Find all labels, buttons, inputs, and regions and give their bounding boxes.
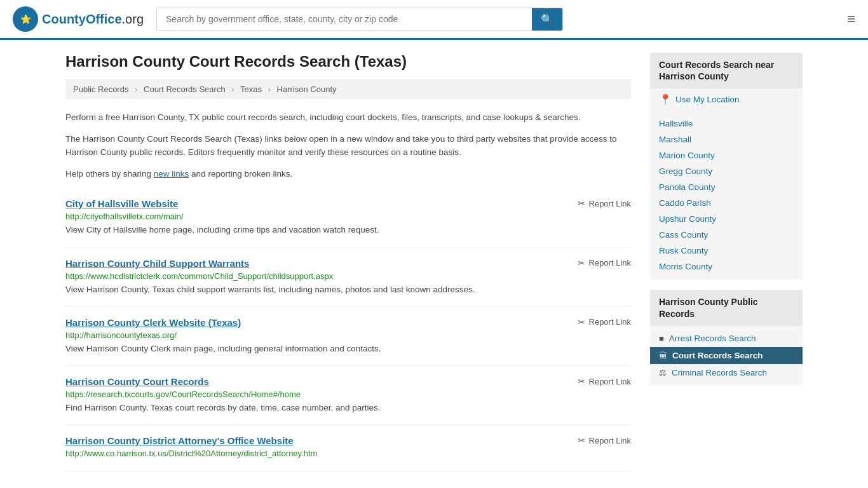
public-records-item-2[interactable]: ⚖ Criminal Records Search [650, 364, 803, 381]
breadcrumb-link-texas[interactable]: Texas [240, 85, 262, 94]
nearby-list-item: Rusk County [650, 243, 803, 259]
nearby-list-item: Gregg County [650, 163, 803, 179]
search-input[interactable] [157, 8, 532, 30]
pub-records-icon-2: ⚖ [659, 368, 667, 377]
report-label-0: Report Link [589, 199, 631, 208]
main-container: Harrison County Court Records Search (Te… [53, 40, 815, 484]
report-link-0[interactable]: ✂ Report Link [578, 198, 631, 208]
nearby-list-item: Panola County [650, 179, 803, 195]
public-records-section: Harrison County Public Records ■ Arrest … [650, 290, 803, 384]
search-bar: 🔍 [156, 8, 563, 31]
nearby-list-item: Cass County [650, 227, 803, 243]
report-icon-0: ✂ [578, 198, 585, 208]
report-link-2[interactable]: ✂ Report Link [578, 317, 631, 327]
menu-icon[interactable]: ≡ [847, 12, 855, 26]
breadcrumb: Public Records › Court Records Search › … [65, 79, 631, 99]
result-desc-3: Find Harrison County, Texas court record… [65, 402, 631, 414]
use-location-link[interactable]: Use My Location [675, 95, 740, 104]
nearby-list-item: Marshall [650, 132, 803, 147]
description-1: Perform a free Harrison County, TX publi… [65, 111, 631, 125]
content-area: Harrison County Court Records Search (Te… [65, 53, 631, 471]
nearby-list: HallsvilleMarshallMarion CountyGregg Cou… [650, 111, 803, 280]
report-link-3[interactable]: ✂ Report Link [578, 376, 631, 386]
pub-records-icon-0: ■ [659, 334, 664, 343]
nearby-list-item: Upshur County [650, 211, 803, 227]
report-icon-1: ✂ [578, 258, 585, 268]
result-title-3[interactable]: Harrison County Court Records [65, 376, 209, 387]
result-url-2[interactable]: http://harrisoncountytexas.org/ [65, 330, 631, 340]
breadcrumb-link-harrison-county[interactable]: Harrison County [277, 85, 337, 94]
result-desc-2: View Harrison County Clerk main page, in… [65, 342, 631, 355]
public-records-list: ■ Arrest Records Search 🏛 Court Records … [650, 326, 803, 385]
sidebar: Court Records Search near Harrison Count… [650, 53, 803, 471]
result-item: Harrison County Clerk Website (Texas) ✂ … [65, 307, 631, 366]
result-url-0[interactable]: http://cityofhallsvilletx.com/main/ [65, 212, 631, 221]
result-url-4[interactable]: http://www.co.harrison.tx.us/District%20… [65, 449, 631, 458]
nearby-list-item: Caddo Parish [650, 195, 803, 211]
result-title-0[interactable]: City of Hallsville Website [65, 198, 178, 209]
nearby-link-8[interactable]: Rusk County [659, 246, 708, 255]
nearby-section: Court Records Search near Harrison Count… [650, 53, 803, 280]
public-records-title: Harrison County Public Records [650, 290, 803, 325]
nearby-link-3[interactable]: Gregg County [659, 166, 712, 176]
nearby-list-item: Morris County [650, 259, 803, 274]
report-label-3: Report Link [589, 377, 631, 386]
svg-text:⭐: ⭐ [20, 14, 32, 25]
report-label-2: Report Link [589, 317, 631, 327]
pub-records-link-0[interactable]: Arrest Records Search [669, 334, 756, 343]
pub-records-link-1[interactable]: Court Records Search [672, 351, 763, 360]
nearby-link-9[interactable]: Morris County [659, 262, 712, 271]
result-title-4[interactable]: Harrison County District Attorney's Offi… [65, 435, 294, 446]
nearby-link-5[interactable]: Caddo Parish [659, 198, 711, 208]
breadcrumb-link-court-records[interactable]: Court Records Search [144, 85, 226, 94]
nearby-list-item: Hallsville [650, 116, 803, 132]
description-2: The Harrison County Court Records Search… [65, 132, 631, 159]
report-label-1: Report Link [589, 258, 631, 268]
site-header: ⭐ CountyOffice.org 🔍 ≡ [0, 0, 868, 40]
logo-area: ⭐ CountyOffice.org [13, 6, 144, 32]
new-links-link[interactable]: new links [154, 169, 189, 179]
report-label-4: Report Link [589, 436, 631, 445]
nearby-list-item: Marion County [650, 147, 803, 163]
logo-text: CountyOffice.org [42, 12, 144, 27]
nearby-link-0[interactable]: Hallsville [659, 119, 693, 128]
public-records-item-0[interactable]: ■ Arrest Records Search [650, 330, 803, 347]
nearby-link-6[interactable]: Upshur County [659, 214, 716, 224]
logo-icon: ⭐ [13, 6, 38, 32]
nearby-section-title: Court Records Search near Harrison Count… [650, 53, 803, 88]
breadcrumb-link-public-records[interactable]: Public Records [73, 85, 128, 94]
result-title-2[interactable]: Harrison County Clerk Website (Texas) [65, 317, 241, 328]
report-icon-3: ✂ [578, 376, 585, 386]
pub-records-icon-1: 🏛 [659, 351, 667, 360]
public-records-item-1[interactable]: 🏛 Court Records Search [650, 347, 803, 364]
result-title-1[interactable]: Harrison County Child Support Warrants [65, 258, 249, 269]
result-url-3[interactable]: https://research.txcourts.gov/CourtRecor… [65, 390, 631, 399]
report-link-1[interactable]: ✂ Report Link [578, 258, 631, 268]
result-item: City of Hallsville Website ✂ Report Link… [65, 188, 631, 247]
results-list: City of Hallsville Website ✂ Report Link… [65, 188, 631, 471]
result-url-1[interactable]: https://www.hcdistrictclerk.com/common/C… [65, 271, 631, 281]
description-3: Help others by sharing new links and rep… [65, 167, 631, 181]
nearby-link-4[interactable]: Panola County [659, 182, 715, 192]
pub-records-link-2[interactable]: Criminal Records Search [672, 368, 767, 377]
result-item: Harrison County Child Support Warrants ✂… [65, 248, 631, 307]
page-title: Harrison County Court Records Search (Te… [65, 53, 631, 71]
result-desc-0: View City of Hallsville home page, inclu… [65, 224, 631, 236]
report-icon-2: ✂ [578, 317, 585, 327]
nearby-link-7[interactable]: Cass County [659, 230, 708, 240]
search-button[interactable]: 🔍 [532, 8, 562, 30]
result-item: Harrison County Court Records ✂ Report L… [65, 366, 631, 425]
report-link-4[interactable]: ✂ Report Link [578, 435, 631, 445]
report-icon-4: ✂ [578, 435, 585, 445]
result-item: Harrison County District Attorney's Offi… [65, 425, 631, 471]
nearby-link-1[interactable]: Marshall [659, 135, 691, 144]
use-location[interactable]: 📍 Use My Location [650, 88, 803, 111]
result-desc-1: View Harrison County, Texas child suppor… [65, 283, 631, 296]
nearby-link-2[interactable]: Marion County [659, 151, 715, 160]
